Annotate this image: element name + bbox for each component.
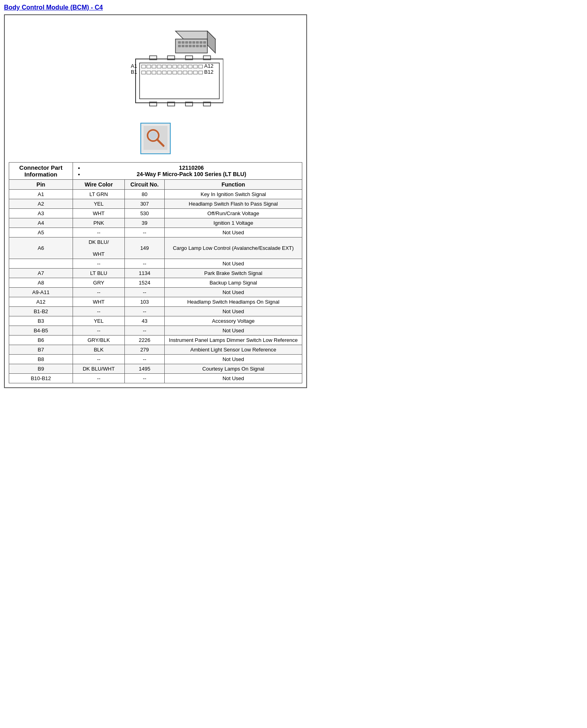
cell-circuit-no: 307 (125, 199, 165, 209)
cell-pin: B3 (9, 316, 73, 326)
table-row: A7 LT BLU 1134 Park Brake Switch Signal (9, 269, 302, 278)
cell-function: Ambient Light Sensor Low Reference (165, 345, 302, 355)
cell-circuit-no: 43 (125, 316, 165, 326)
cell-wire-color: WHT (73, 209, 125, 218)
svg-rect-30 (147, 65, 151, 68)
table-row: A1 LT GRN 80 Key In Ignition Switch Sign… (9, 190, 302, 199)
cell-wire-color: GRY/BLK (73, 336, 125, 345)
svg-rect-16 (196, 45, 199, 47)
cell-function: Not Used (165, 307, 302, 316)
cell-circuit-no: -- (125, 374, 165, 383)
cell-pin: A3 (9, 209, 73, 218)
cell-pin: A2 (9, 199, 73, 209)
cell-wire-color: LT BLU (73, 269, 125, 278)
svg-rect-7 (193, 41, 195, 43)
connector-diagram: A1 A12 B1 B12 (88, 23, 223, 119)
cell-function: Instrument Panel Lamps Dimmer Switch Low… (165, 336, 302, 345)
table-header-row: Pin Wire Color Circuit No. Function (9, 180, 302, 190)
svg-rect-51 (193, 71, 197, 74)
svg-rect-8 (196, 41, 199, 43)
cell-circuit-no: -- (125, 228, 165, 237)
cell-pin: B8 (9, 355, 73, 364)
cell-pin (9, 259, 73, 269)
table-row: -- -- Not Used (9, 259, 302, 269)
svg-text:A12: A12 (204, 63, 213, 69)
header-wire-color: Wire Color (73, 180, 125, 190)
table-row: A3 WHT 530 Off/Run/Crank Voltage (9, 209, 302, 218)
svg-rect-17 (200, 45, 202, 47)
svg-rect-33 (162, 65, 166, 68)
cell-circuit-no: 2226 (125, 336, 165, 345)
cell-wire-color: BLK (73, 345, 125, 355)
svg-rect-5 (185, 41, 188, 43)
diagram-area: A1 A12 B1 B12 (9, 19, 302, 162)
cell-pin: A12 (9, 297, 73, 307)
svg-rect-31 (152, 65, 156, 68)
svg-rect-35 (173, 65, 177, 68)
table-row: B9 DK BLU/WHT 1495 Courtesy Lamps On Sig… (9, 364, 302, 374)
cell-circuit-no: -- (125, 259, 165, 269)
cell-function: Not Used (165, 259, 302, 269)
cell-circuit-no: 149 (125, 237, 165, 259)
table-row: B6 GRY/BLK 2226 Instrument Panel Lamps D… (9, 336, 302, 345)
cell-wire-color: -- (73, 259, 125, 269)
svg-rect-10 (203, 41, 206, 43)
cell-circuit-no: 80 (125, 190, 165, 199)
svg-rect-36 (178, 65, 182, 68)
connector-part-label: Connector Part Information (9, 163, 73, 180)
table-row: B4-B5 -- -- Not Used (9, 326, 302, 336)
cell-function: Park Brake Switch Signal (165, 269, 302, 278)
svg-rect-42 (147, 71, 151, 74)
cell-circuit-no: 1134 (125, 269, 165, 278)
cell-circuit-no: 279 (125, 345, 165, 355)
cell-function: Accessory Voltage (165, 316, 302, 326)
table-row: B1-B2 -- -- Not Used (9, 307, 302, 316)
connector-part-data: 12110206 24-Way F Micro-Pack 100 Series … (73, 163, 302, 180)
svg-rect-14 (189, 45, 191, 47)
cell-function: Off/Run/Crank Voltage (165, 209, 302, 218)
connector-info-row: Connector Part Information 12110206 24-W… (9, 163, 302, 180)
svg-rect-47 (173, 71, 177, 74)
cell-pin: B1-B2 (9, 307, 73, 316)
table-row: A8 GRY 1524 Backup Lamp Signal (9, 278, 302, 288)
main-container: A1 A12 B1 B12 Connector Part Information… (4, 14, 307, 388)
svg-rect-34 (167, 65, 171, 68)
svg-rect-4 (182, 41, 184, 43)
cell-circuit-no: 103 (125, 297, 165, 307)
cell-wire-color: DK BLU/WHT (73, 237, 125, 259)
svg-marker-1 (207, 31, 215, 53)
info-table: Connector Part Information 12110206 24-W… (9, 162, 302, 383)
cell-pin: A8 (9, 278, 73, 288)
table-row: A12 WHT 103 Headlamp Switch Headlamps On… (9, 297, 302, 307)
cell-circuit-no: 39 (125, 218, 165, 228)
table-row: A4 PNK 39 Ignition 1 Voltage (9, 218, 302, 228)
svg-rect-44 (157, 71, 161, 74)
cell-wire-color: PNK (73, 218, 125, 228)
cell-pin: B7 (9, 345, 73, 355)
cell-wire-color: GRY (73, 278, 125, 288)
svg-rect-39 (193, 65, 197, 68)
svg-rect-40 (199, 65, 203, 68)
svg-rect-37 (183, 65, 187, 68)
cell-pin: B9 (9, 364, 73, 374)
cell-circuit-no: 1495 (125, 364, 165, 374)
table-row: A2 YEL 307 Headlamp Switch Flash to Pass… (9, 199, 302, 209)
svg-rect-9 (200, 41, 202, 43)
magnifier-box[interactable] (140, 123, 171, 154)
svg-rect-43 (152, 71, 156, 74)
cell-wire-color: -- (73, 374, 125, 383)
svg-rect-18 (203, 45, 206, 47)
svg-rect-15 (193, 45, 195, 47)
svg-rect-48 (178, 71, 182, 74)
cell-pin: B6 (9, 336, 73, 345)
cell-wire-color: LT GRN (73, 190, 125, 199)
cell-circuit-no: -- (125, 326, 165, 336)
header-pin: Pin (9, 180, 73, 190)
cell-wire-color: WHT (73, 297, 125, 307)
table-row: B10-B12 -- -- Not Used (9, 374, 302, 383)
cell-wire-color: YEL (73, 316, 125, 326)
cell-wire-color: -- (73, 355, 125, 364)
svg-rect-11 (178, 45, 181, 47)
cell-pin: B4-B5 (9, 326, 73, 336)
header-function: Function (165, 180, 302, 190)
